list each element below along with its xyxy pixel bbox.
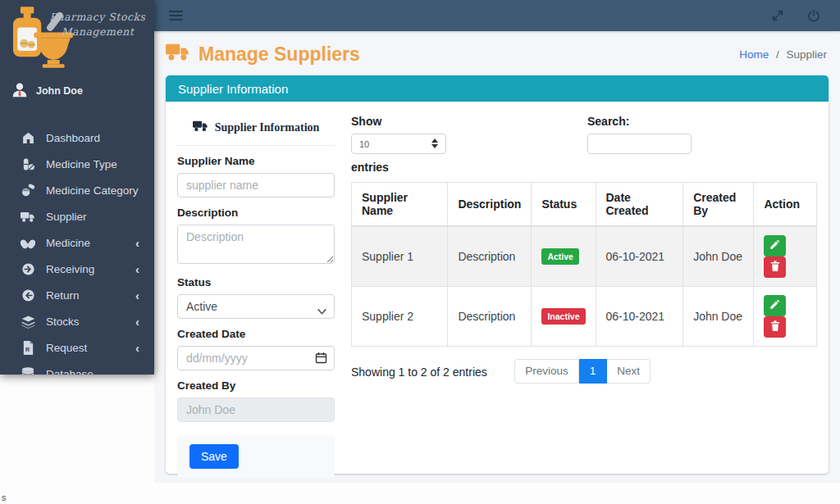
sidebar-item-label: Database xyxy=(46,368,94,375)
show-label: Show xyxy=(351,115,584,128)
col-date-created[interactable]: Date Created xyxy=(596,183,683,227)
layers-icon xyxy=(20,315,36,329)
pagination-page-1-button[interactable]: 1 xyxy=(579,359,608,384)
breadcrumb-separator: / xyxy=(776,48,779,61)
delete-trash-icon xyxy=(770,261,780,274)
power-icon[interactable] xyxy=(807,9,820,22)
cell-supplier-name: Supplier 1 xyxy=(352,226,448,287)
status-badge: Active xyxy=(541,248,579,265)
edit-button[interactable] xyxy=(764,295,786,316)
col-status[interactable]: Status xyxy=(532,183,596,227)
delete-trash-icon xyxy=(770,320,780,334)
status-badge: Inactive xyxy=(541,308,585,325)
created-date-input[interactable]: dd/mm/yyyy xyxy=(177,346,335,370)
supplier-table-panel: Show 10 entries Search: xyxy=(346,113,817,478)
table-footer: Showing 1 to 2 of 2 entries Previous 1 N… xyxy=(351,359,817,384)
menu-icon[interactable] xyxy=(169,8,183,23)
sidebar-item-label: Request xyxy=(46,342,87,354)
sidebar-item-medicine-category[interactable]: Medicine Category xyxy=(0,177,154,203)
sidebar-item-supplier[interactable]: Supplier xyxy=(0,203,154,229)
sidebar: Pharmacy Stocks Management John Doe Dash… xyxy=(0,0,154,375)
search-input[interactable] xyxy=(587,134,692,154)
sidebar-item-label: Medicine xyxy=(46,237,90,249)
supplier-name-label: Supplier Name xyxy=(177,155,335,167)
database-icon xyxy=(20,367,36,375)
content-area: Manage Suppliers Home / Supplier Supplie… xyxy=(154,31,840,483)
col-created-by[interactable]: Created By xyxy=(683,183,754,227)
sidebar-item-label: Dashboard xyxy=(46,132,100,144)
delete-button[interactable] xyxy=(764,316,786,338)
truck-icon xyxy=(166,42,190,66)
save-button[interactable]: Save xyxy=(189,444,239,469)
form-footer: Save xyxy=(177,435,335,478)
sidebar-item-stocks[interactable]: Stocks ‹ xyxy=(0,308,154,334)
truck-icon xyxy=(20,211,36,223)
form-section-title: Supplier Information xyxy=(177,113,335,145)
chevron-left-icon: ‹ xyxy=(135,237,139,249)
chevron-left-icon: ‹ xyxy=(135,263,139,275)
page-header: Manage Suppliers Home / Supplier xyxy=(154,31,840,75)
delete-button[interactable] xyxy=(764,257,786,278)
chevron-left-icon: ‹ xyxy=(135,289,139,302)
cell-supplier-name: Supplier 2 xyxy=(352,287,448,347)
breadcrumb-home-link[interactable]: Home xyxy=(739,48,769,61)
sidebar-item-medicine[interactable]: Medicine ‹ xyxy=(0,229,154,256)
brand: Pharmacy Stocks Management xyxy=(0,0,154,75)
edit-pencil-icon xyxy=(769,239,780,252)
supplier-name-input[interactable] xyxy=(177,173,335,198)
svg-text:R: R xyxy=(25,346,29,352)
table-row: Supplier 2 Description Inactive 06-10-20… xyxy=(352,287,817,347)
table-controls: Show 10 entries Search: xyxy=(351,113,817,174)
medicine-capsules-icon xyxy=(20,236,36,249)
col-description[interactable]: Description xyxy=(448,183,532,227)
entries-label: entries xyxy=(351,161,584,174)
select-updown-icon xyxy=(431,138,438,148)
table-row: Supplier 1 Description Active 06-10-2021… xyxy=(352,226,817,287)
arrow-circle-right-icon xyxy=(20,262,36,276)
chevron-left-icon: ‹ xyxy=(135,342,139,354)
sidebar-item-label: Supplier xyxy=(46,211,87,223)
pagination-next-button[interactable]: Next xyxy=(607,359,651,384)
description-textarea[interactable] xyxy=(177,225,335,264)
truck-icon xyxy=(193,120,208,135)
sidebar-item-label: Stocks xyxy=(46,316,80,328)
entries-info: Showing 1 to 2 of 2 entries xyxy=(351,359,487,379)
calendar-icon[interactable] xyxy=(315,352,327,366)
sidebar-item-medicine-type[interactable]: Medicine Type xyxy=(0,151,154,177)
supplier-form: Supplier Information Supplier Name Descr… xyxy=(177,113,335,478)
status-select[interactable]: Active xyxy=(177,294,335,319)
topbar xyxy=(154,0,840,31)
sidebar-item-label: Medicine Type xyxy=(46,158,117,170)
brand-title: Pharmacy Stocks Management xyxy=(46,10,149,39)
chevron-left-icon: ‹ xyxy=(135,316,139,328)
cell-created-by: John Doe xyxy=(683,287,754,347)
expand-icon[interactable] xyxy=(771,9,784,22)
description-label: Description xyxy=(177,207,335,219)
pills-icon xyxy=(20,184,36,198)
status-label: Status xyxy=(177,276,335,288)
user-name: John Doe xyxy=(36,85,83,97)
cell-date-created: 06-10-2021 xyxy=(596,226,683,287)
card-header-title: Supplier Information xyxy=(166,75,829,102)
capsule-icon xyxy=(20,157,36,171)
chevron-down-icon xyxy=(317,304,326,317)
pagination-previous-button[interactable]: Previous xyxy=(514,359,579,384)
sidebar-item-database[interactable]: Database xyxy=(0,361,154,375)
sidebar-menu: Dashboard Medicine Type Medicine Categor… xyxy=(0,125,154,375)
created-date-label: Created Date xyxy=(177,328,335,340)
created-by-label: Created By xyxy=(177,379,335,392)
edit-button[interactable] xyxy=(764,235,786,257)
pagination: Previous 1 Next xyxy=(514,359,651,384)
arrow-circle-left-icon xyxy=(20,288,36,302)
sidebar-item-dashboard[interactable]: Dashboard xyxy=(0,125,154,151)
entries-select[interactable]: 10 xyxy=(351,134,446,154)
sidebar-item-return[interactable]: Return ‹ xyxy=(0,282,154,308)
sidebar-item-request[interactable]: R Request ‹ xyxy=(0,334,154,361)
cell-description: Description xyxy=(448,226,532,287)
supplier-card: Supplier Information Supplier Informatio… xyxy=(166,75,829,474)
col-supplier-name[interactable]: Supplier Name xyxy=(352,183,448,227)
search-label: Search: xyxy=(587,115,817,128)
sidebar-item-receiving[interactable]: Receiving ‹ xyxy=(0,256,154,282)
col-action[interactable]: Action xyxy=(754,183,817,227)
file-prescription-icon: R xyxy=(20,341,36,355)
